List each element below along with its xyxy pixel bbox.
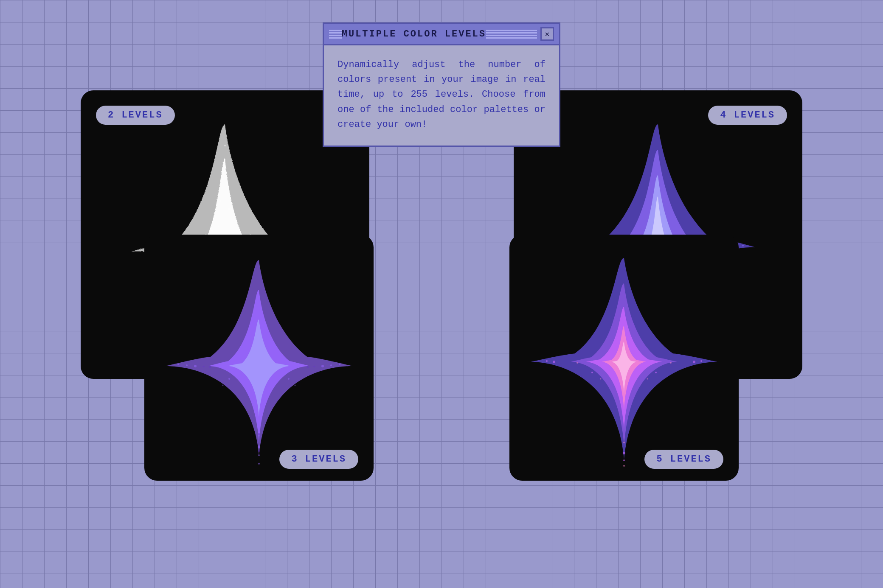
svg-point-71 bbox=[693, 361, 695, 363]
titlebar-line bbox=[329, 30, 342, 31]
titlebar-line bbox=[486, 32, 537, 34]
badge-5-levels: 5 LEVELS bbox=[644, 450, 723, 469]
svg-point-76 bbox=[655, 372, 657, 373]
svg-point-78 bbox=[670, 362, 672, 364]
svg-point-56 bbox=[258, 450, 260, 452]
titlebar-line bbox=[486, 35, 537, 36]
svg-point-10 bbox=[228, 208, 230, 210]
main-container: MULTIPLE COLOR LEVELS ✕ Dynamically adju… bbox=[0, 0, 883, 588]
svg-point-77 bbox=[576, 362, 578, 364]
titlebar-line bbox=[329, 37, 342, 39]
svg-point-5 bbox=[218, 226, 219, 227]
svg-point-23 bbox=[224, 145, 226, 146]
svg-point-42 bbox=[330, 364, 332, 366]
svg-point-46 bbox=[258, 463, 260, 465]
titlebar-line bbox=[329, 32, 342, 34]
window-title: MULTIPLE COLOR LEVELS bbox=[342, 29, 486, 39]
svg-point-29 bbox=[142, 249, 143, 250]
badge-4-levels: 4 LEVELS bbox=[708, 106, 787, 125]
svg-point-62 bbox=[742, 245, 744, 246]
window-titlebar: MULTIPLE COLOR LEVELS ✕ bbox=[323, 22, 560, 45]
window-body: Dynamically adjust the number of colors … bbox=[323, 45, 560, 147]
svg-point-40 bbox=[177, 364, 179, 365]
svg-point-43 bbox=[339, 364, 340, 365]
svg-point-39 bbox=[186, 364, 188, 366]
svg-point-51 bbox=[209, 366, 211, 368]
svg-point-45 bbox=[258, 454, 260, 456]
titlebar-right: ✕ bbox=[486, 27, 554, 41]
svg-point-74 bbox=[623, 459, 625, 461]
content-area: MULTIPLE COLOR LEVELS ✕ Dynamically adju… bbox=[81, 22, 802, 566]
svg-point-47 bbox=[228, 378, 230, 380]
svg-point-38 bbox=[194, 365, 197, 367]
dialog-window: MULTIPLE COLOR LEVELS ✕ Dynamically adju… bbox=[323, 22, 560, 147]
svg-point-48 bbox=[222, 385, 224, 386]
svg-point-49 bbox=[288, 378, 290, 380]
svg-point-11 bbox=[220, 200, 222, 202]
svg-point-53 bbox=[307, 366, 309, 368]
panel-3-levels: 3 LEVELS bbox=[144, 235, 374, 481]
star-5-levels-svg bbox=[509, 235, 739, 481]
svg-point-54 bbox=[314, 366, 315, 367]
svg-point-79 bbox=[623, 442, 625, 443]
window-description: Dynamically adjust the number of colors … bbox=[337, 57, 546, 132]
svg-point-70 bbox=[546, 360, 548, 362]
svg-point-81 bbox=[600, 378, 602, 380]
svg-point-50 bbox=[295, 385, 296, 386]
svg-point-55 bbox=[258, 433, 260, 435]
svg-point-73 bbox=[623, 452, 625, 454]
badge-3-levels: 3 LEVELS bbox=[279, 450, 358, 469]
titlebar-decoration-left bbox=[329, 30, 342, 39]
titlebar-decoration-right bbox=[486, 30, 537, 39]
svg-point-44 bbox=[258, 445, 260, 448]
svg-point-69 bbox=[553, 361, 555, 363]
titlebar-line bbox=[486, 37, 537, 39]
svg-point-52 bbox=[203, 366, 205, 367]
titlebar-line bbox=[329, 35, 342, 36]
svg-point-75 bbox=[591, 372, 593, 373]
svg-point-82 bbox=[647, 378, 648, 380]
badge-2-levels: 2 LEVELS bbox=[96, 106, 175, 125]
titlebar-line bbox=[486, 30, 537, 31]
svg-point-80 bbox=[623, 465, 625, 467]
star-3-levels-svg bbox=[144, 235, 374, 481]
svg-point-41 bbox=[321, 365, 324, 367]
close-button[interactable]: ✕ bbox=[540, 27, 554, 41]
svg-point-72 bbox=[700, 360, 702, 362]
panel-5-levels: 5 LEVELS bbox=[509, 235, 739, 481]
svg-point-3 bbox=[211, 230, 213, 231]
